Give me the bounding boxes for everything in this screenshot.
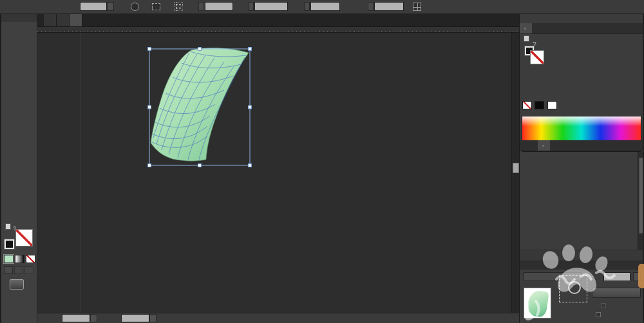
none-button[interactable] [26,255,35,263]
draw-inside-icon[interactable] [24,266,33,274]
gradient-mesh-object[interactable] [151,48,249,162]
canvas-area[interactable] [37,33,519,313]
thumbnail-shape [526,290,549,318]
fill-proxy-none-swatch[interactable] [530,50,544,64]
layers-panel-tabs [520,140,644,151]
height-stepper[interactable] [368,2,374,11]
transparency-panel-header[interactable] [520,261,644,270]
invert-mask-checkbox[interactable] [596,311,603,318]
color-button[interactable] [4,255,14,263]
tab-pathfinder[interactable] [550,140,559,151]
width-stepper[interactable] [304,2,310,11]
artboard-dropdown-icon[interactable] [149,314,156,322]
default-swatches-icon[interactable] [5,223,11,230]
x-stepper[interactable] [198,2,204,11]
y-field[interactable] [254,2,288,11]
recolor-artwork-icon[interactable] [131,3,139,11]
style-box-icon[interactable] [152,3,160,10]
object-thumbnail[interactable] [524,288,551,318]
stroke-swatch[interactable] [5,239,14,249]
tab-color[interactable] [520,23,532,33]
zoom-level-field[interactable] [62,314,90,322]
reference-point-grid-icon[interactable] [174,2,183,11]
tab-color-guide[interactable] [532,23,541,33]
clip-checkbox[interactable] [601,302,609,309]
transform-panel-icon[interactable] [413,3,421,11]
width-field[interactable] [310,2,340,11]
document-tab-3-active[interactable] [70,14,82,26]
draw-behind-icon[interactable] [14,266,23,274]
control-bar [0,0,644,14]
draw-normal-icon[interactable] [4,266,13,274]
screen-mode-button[interactable] [10,279,24,290]
tools-panel: ? [0,14,37,323]
checkbox-icon [596,312,601,317]
opacity-field[interactable] [80,2,107,11]
tab-stroke[interactable] [541,23,550,33]
fill-stroke-proxy: ? [1,221,39,254]
checkbox-icon [601,303,606,308]
none-swatch[interactable] [522,101,532,109]
document-tab-2[interactable] [57,14,70,26]
drawing-modes [4,266,33,274]
layers-footer [520,250,644,261]
illustrator-window: ? [0,0,644,323]
x-field[interactable] [205,2,233,11]
quick-swatches [522,100,557,112]
document-tab-1[interactable] [44,14,57,26]
color-panel-tabs [520,23,644,34]
artboard-number-field[interactable] [121,314,149,322]
black-swatch[interactable] [535,101,544,109]
tab-layers[interactable] [538,140,550,151]
tab-gradient[interactable] [550,23,559,33]
color-panel: ? [520,33,644,134]
gradient-button[interactable] [15,255,24,263]
mini-doc-icon[interactable] [524,35,529,42]
tab-brushes[interactable] [529,140,538,151]
tab-close-icon[interactable] [37,14,44,26]
horizontal-ruler [37,27,519,33]
dock-collapse-icon[interactable] [509,14,519,26]
height-field[interactable] [374,2,404,11]
zoom-dropdown-icon[interactable] [90,314,97,322]
scrollbar-thumb[interactable] [513,163,519,173]
watermark-tan-pill [638,264,644,288]
document-tab-bar [37,14,519,27]
transparency-opacity-field[interactable] [603,272,630,281]
fill-none-swatch[interactable] [15,229,33,246]
watermark-ring [568,281,581,294]
status-bar [37,313,519,323]
vertical-scrollbar[interactable] [511,33,519,313]
opacity-dropdown-icon[interactable] [107,2,114,11]
y-stepper[interactable] [248,2,254,11]
white-swatch[interactable] [547,101,557,109]
artwork-svg [37,33,519,313]
make-mask-button[interactable] [592,288,641,298]
toolbar-collapse-icon[interactable] [1,14,37,22]
layers-list [520,152,644,250]
paint-buttons [4,255,35,263]
tab-swatches[interactable] [520,140,529,151]
